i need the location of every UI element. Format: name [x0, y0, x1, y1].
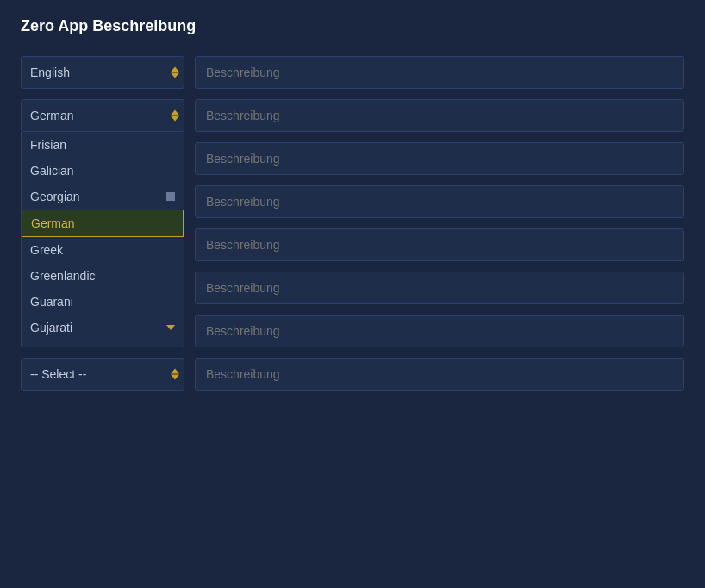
language-select-2[interactable]: English German Frisian Galician Georgian…	[21, 99, 184, 132]
dropdown-item-guarani[interactable]: Guarani	[22, 289, 184, 315]
dropdown-item-greenlandic[interactable]: Greenlandic	[22, 263, 184, 289]
language-select-8[interactable]: -- Select -- English German	[21, 358, 184, 391]
georgian-thumb	[166, 192, 175, 201]
description-input-8[interactable]	[195, 358, 684, 391]
dropdown-item-greek[interactable]: Greek	[22, 237, 184, 263]
language-row-1: English German Frisian Galician Georgian…	[21, 56, 684, 89]
dropdown-item-georgian[interactable]: Georgian	[22, 184, 184, 210]
language-select-wrapper-8: -- Select -- English German	[21, 358, 184, 391]
description-input-1[interactable]	[195, 56, 684, 89]
description-input-6[interactable]	[195, 272, 684, 304]
description-input-4[interactable]	[195, 185, 684, 218]
dropdown-item-frisian[interactable]: Frisian	[22, 132, 184, 158]
gujarati-arrow-icon	[166, 325, 175, 330]
page-title: Zero App Beschreibung	[21, 17, 684, 35]
language-select-wrapper-2: English German Frisian Galician Georgian…	[21, 99, 184, 132]
dropdown-item-gujarati[interactable]: Gujarati	[22, 315, 184, 341]
language-row-2: English German Frisian Galician Georgian…	[21, 99, 684, 132]
language-select-wrapper-1: English German Frisian Galician Georgian…	[21, 56, 184, 89]
description-input-5[interactable]	[195, 228, 684, 261]
dropdown-item-german[interactable]: German	[22, 210, 184, 237]
dropdown-item-georgian-label: Georgian	[30, 190, 80, 203]
description-input-7[interactable]	[195, 315, 684, 347]
description-input-3[interactable]	[195, 142, 684, 175]
dropdown-item-galician[interactable]: Galician	[22, 158, 184, 184]
dropdown-item-gujarati-label: Gujarati	[30, 321, 72, 335]
language-select-1[interactable]: English German Frisian Galician Georgian…	[21, 56, 184, 89]
description-input-2[interactable]	[195, 99, 684, 132]
language-dropdown: Frisian Galician Georgian German Greek G…	[21, 132, 184, 341]
language-row-8: -- Select -- English German	[21, 358, 684, 391]
